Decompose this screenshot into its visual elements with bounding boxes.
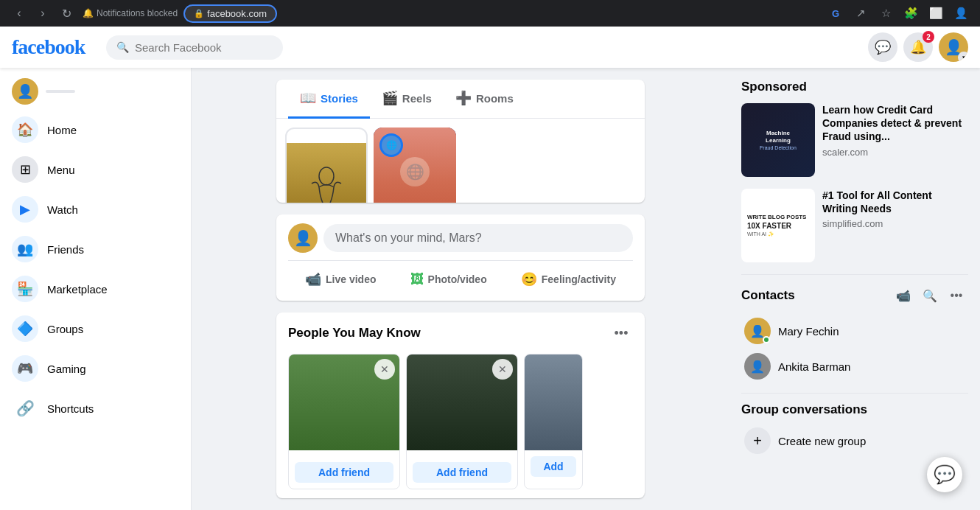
search-icon: 🔍 <box>116 41 129 53</box>
story-avatar-icon: 🌐 <box>386 140 397 150</box>
contacts-actions: 📹 🔍 ••• <box>892 284 968 307</box>
create-story-image <box>287 143 366 203</box>
person-photo-3 <box>525 354 583 450</box>
photo-video-label: Photo/video <box>428 273 487 285</box>
composer-avatar: 👤 <box>288 223 318 253</box>
sidebar-user-profile[interactable]: 👤 <box>6 74 185 109</box>
window-button[interactable]: ⬜ <box>925 3 946 24</box>
person-close-btn-2[interactable]: ✕ <box>492 359 513 380</box>
sidebar-item-watch[interactable]: ▶ Watch <box>6 190 185 228</box>
back-button[interactable]: ‹ <box>9 3 29 24</box>
profile-button[interactable]: 👤 <box>951 3 971 24</box>
people-header: People You May Know ••• <box>288 321 633 345</box>
facebook-app: facebook 🔍 💬 🔔 2 👤 ▾ 👤 <box>0 27 980 510</box>
create-group-label: Create new group <box>778 435 866 447</box>
ad-card-1[interactable]: MachineLearning Fraud Detection Learn ho… <box>741 103 968 177</box>
messenger-button[interactable]: 💬 <box>868 32 897 62</box>
people-more-button[interactable]: ••• <box>609 321 633 345</box>
sidebar-label-marketplace: Marketplace <box>47 283 108 296</box>
person-card-2[interactable]: ✕ Add friend <box>406 354 518 489</box>
create-group-icon: + <box>744 427 771 454</box>
ad2-image-inner: WRITE BLOG POSTS 10X FASTER WITH AI ✨ <box>741 189 815 262</box>
sidebar-item-menu[interactable]: ⊞ Menu <box>6 150 185 189</box>
aashman-story-card[interactable]: 🌐 AASHMAN 🌐 Aashman Foundation <box>374 128 456 203</box>
contact-item-ankita[interactable]: 👤 Ankita Barman <box>741 349 968 384</box>
user-avatar-button[interactable]: 👤 ▾ <box>939 32 968 62</box>
friends-icon: 👥 <box>12 236 38 262</box>
contact-name-mary: Mary Fechin <box>778 325 839 338</box>
ad-content-1: Learn how Credit Card Companies detect &… <box>822 103 968 177</box>
messenger-fab-icon: 💬 <box>934 464 956 485</box>
browser-chrome: ‹ › ↻ 🔔 Notifications blocked 🔒 facebook… <box>0 0 980 27</box>
watch-icon: ▶ <box>12 196 38 223</box>
add-friend-btn-3[interactable]: Add <box>531 456 576 477</box>
address-bar[interactable]: 🔒 facebook.com <box>183 4 277 23</box>
create-group-button[interactable]: + Create new group <box>741 423 968 458</box>
composer-input[interactable]: What's on your mind, Mars? <box>323 224 633 252</box>
stories-tab-icon: 📖 <box>300 90 316 106</box>
facebook-logo[interactable]: facebook <box>12 35 100 59</box>
contact-online-dot-mary <box>763 336 770 343</box>
sidebar-label-shortcuts: Shortcuts <box>47 402 94 415</box>
sponsored-title: Sponsored <box>741 80 968 94</box>
photo-video-button[interactable]: 🖼 Photo/video <box>402 267 496 292</box>
reels-tab-icon: 🎬 <box>382 90 398 106</box>
refresh-button[interactable]: ↻ <box>56 3 77 24</box>
ad-card-2[interactable]: WRITE BLOG POSTS 10X FASTER WITH AI ✨ #1… <box>741 189 968 262</box>
messenger-fab[interactable]: 💬 <box>927 457 962 492</box>
sidebar-item-home[interactable]: 🏠 Home <box>6 111 185 149</box>
video-call-button[interactable]: 📹 <box>892 284 915 307</box>
sidebar-item-gaming[interactable]: 🎮 Gaming <box>6 349 185 388</box>
forward-button[interactable]: › <box>32 3 53 24</box>
sidebar-item-groups[interactable]: 🔷 Groups <box>6 310 185 348</box>
google-button[interactable]: G <box>825 3 846 24</box>
main-feed: 📖 Stories 🎬 Reels ➕ Rooms <box>192 68 729 510</box>
bookmark-button[interactable]: ☆ <box>875 3 896 24</box>
tab-rooms[interactable]: ➕ Rooms <box>444 80 525 119</box>
sidebar: 👤 🏠 Home ⊞ Menu ▶ Watch 👥 Friends 🏪 <box>0 68 192 510</box>
sidebar-label-watch: Watch <box>47 203 78 216</box>
ad1-subtitle: Fraud Detection <box>760 145 797 150</box>
person-info-2: Add friend <box>407 450 517 489</box>
sidebar-item-friends[interactable]: 👥 Friends <box>6 230 185 268</box>
people-you-may-know: People You May Know ••• ✕ Add friend <box>276 312 645 498</box>
sidebar-item-shortcuts[interactable]: 🔗 Shortcuts <box>6 389 185 427</box>
sidebar-label-groups: Groups <box>47 323 83 335</box>
person-card-3[interactable]: Add <box>524 354 583 489</box>
extensions-button[interactable]: 🧩 <box>900 3 921 24</box>
search-input[interactable] <box>135 41 273 54</box>
gaming-icon: 🎮 <box>12 355 38 382</box>
search-contacts-button[interactable]: 🔍 <box>918 284 942 307</box>
live-video-icon: 📹 <box>305 271 321 287</box>
topnav: facebook 🔍 💬 🔔 2 👤 ▾ <box>0 27 980 68</box>
share-button[interactable]: ↗ <box>850 3 871 24</box>
contact-item-mary[interactable]: 👤 Mary Fechin <box>741 313 968 349</box>
contact-avatar-icon-mary: 👤 <box>750 324 765 338</box>
tab-stories[interactable]: 📖 Stories <box>288 80 370 119</box>
feeling-icon: 😊 <box>521 271 537 287</box>
ad-content-2: #1 Tool for All Content Writing Needs si… <box>822 189 968 262</box>
browser-nav-buttons: ‹ › ↻ <box>9 3 77 24</box>
ad-image-1: MachineLearning Fraud Detection <box>741 103 815 177</box>
svg-point-0 <box>319 167 334 185</box>
person-close-btn-1[interactable]: ✕ <box>374 359 395 380</box>
create-story-card[interactable]: + Create story <box>285 128 368 203</box>
add-friend-btn-1[interactable]: Add friend <box>295 462 393 483</box>
shortcuts-icon: 🔗 <box>12 395 38 422</box>
live-video-button[interactable]: 📹 Live video <box>296 267 385 292</box>
person-card-1[interactable]: ✕ Add friend <box>288 354 400 489</box>
ad1-text: MachineLearning <box>766 130 791 144</box>
contact-avatar-ankita: 👤 <box>744 353 771 380</box>
user-name <box>46 90 75 93</box>
post-composer: 👤 What's on your mind, Mars? 📹 Live vide… <box>276 214 645 301</box>
add-friend-btn-2[interactable]: Add friend <box>413 462 511 483</box>
search-bar[interactable]: 🔍 <box>106 35 283 60</box>
sidebar-item-marketplace[interactable]: 🏪 Marketplace <box>6 270 185 308</box>
composer-divider <box>288 260 633 261</box>
stories-content: + Create story 🌐 <box>276 119 645 203</box>
person-info-3: Add <box>525 450 582 483</box>
contacts-more-button[interactable]: ••• <box>945 284 968 307</box>
notifications-button[interactable]: 🔔 2 <box>903 32 933 62</box>
feeling-button[interactable]: 😊 Feeling/activity <box>512 267 625 292</box>
tab-reels[interactable]: 🎬 Reels <box>370 80 444 119</box>
